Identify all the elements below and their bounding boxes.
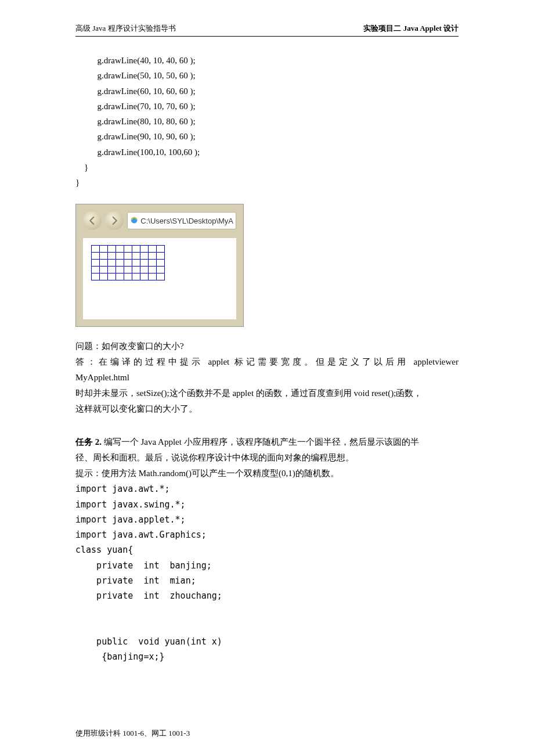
code-line: g.drawLine(60, 10, 60, 60 ); — [75, 87, 196, 96]
page-header: 高级 Java 程序设计实验指导书 实验项目二 Java Applet 设计 — [75, 23, 459, 37]
code-line: } — [75, 163, 88, 172]
page: 高级 Java 程序设计实验指导书 实验项目二 Java Applet 设计 g… — [0, 0, 534, 756]
task2-line-1: 任务 2. 编写一个 Java Applet 小应用程序，该程序随机产生一个圆半… — [75, 434, 459, 450]
task2-label: 任务 2. — [75, 437, 104, 447]
code-line: {banjing=x;} — [75, 651, 165, 662]
arrow-left-icon — [87, 215, 98, 226]
task2-p1: 编写一个 Java Applet 小应用程序，该程序随机产生一个圆半径，然后显示… — [104, 437, 419, 447]
code-line: g.drawLine(90, 10, 90, 60 ); — [75, 132, 196, 141]
page-footer: 使用班级计科 1001-6、网工 1001-3 — [75, 728, 190, 739]
code-line: public void yuan(int x) — [75, 636, 222, 647]
arrow-right-icon — [109, 215, 120, 226]
code-line: private int mian; — [75, 575, 196, 586]
code-line: g.drawLine(80, 10, 80, 60 ); — [75, 117, 196, 126]
browser-screenshot: C:\Users\SYL\Desktop\MyA — [75, 204, 244, 327]
code-line: g.drawLine(40, 10, 40, 60 ); — [75, 56, 196, 65]
code-line: g.drawLine(50, 10, 50, 60 ); — [75, 71, 196, 80]
answer-line-3: 时却并未显示，setSize();这个函数并不是 applet 的函数，通过百度… — [75, 386, 459, 401]
address-text: C:\Users\SYL\Desktop\MyA — [140, 217, 233, 225]
code-line: import javax.swing.*; — [75, 499, 186, 510]
code-line: private int zhouchang; — [75, 591, 222, 601]
header-right: 实验项目二 Java Applet 设计 — [363, 23, 459, 34]
answer-line-4: 这样就可以变化窗口的大小了。 — [75, 401, 459, 417]
code-line: import java.awt.*; — [75, 484, 170, 494]
answer-line-1: 答：在编译的过程中提示 applet 标记需要宽度。但是定义了以后用 apple… — [75, 354, 459, 370]
answer-line-2: MyApplet.html — [75, 370, 459, 386]
code-line: class yuan{ — [75, 545, 133, 555]
task2-hint: 提示：使用方法 Math.random()可以产生一个双精度型(0,1)的随机数… — [75, 466, 459, 481]
task-2-block: 任务 2. 编写一个 Java Applet 小应用程序，该程序随机产生一个圆半… — [75, 434, 459, 664]
code-line: import java.awt.Graphics; — [75, 530, 207, 540]
task2-code: import java.awt.*; import javax.swing.*;… — [75, 481, 459, 664]
browser-nav-bar: C:\Users\SYL\Desktop\MyA — [83, 211, 236, 230]
code-line: g.drawLine(100,10, 100,60 ); — [75, 147, 200, 157]
header-left: 高级 Java 程序设计实验指导书 — [75, 23, 176, 34]
ie-icon — [130, 216, 138, 225]
applet-grid-output — [91, 245, 165, 280]
code-line: g.drawLine(70, 10, 70, 60 ); — [75, 102, 196, 111]
applet-content-area — [83, 238, 236, 319]
code-line: import java.applet.*; — [75, 514, 186, 525]
task2-line-2: 径、周长和面积。最后，说说你程序设计中体现的面向对象的编程思想。 — [75, 450, 459, 466]
back-button[interactable] — [83, 211, 102, 230]
question-block: 问题：如何改变窗口的大小? 答：在编译的过程中提示 applet 标记需要宽度。… — [75, 339, 459, 417]
question-text: 问题：如何改变窗口的大小? — [75, 339, 459, 354]
code-line: } — [75, 178, 80, 187]
address-bar[interactable]: C:\Users\SYL\Desktop\MyA — [127, 212, 236, 229]
code-block-1: g.drawLine(40, 10, 40, 60 ); g.drawLine(… — [75, 53, 459, 190]
svg-rect-1 — [131, 220, 137, 221]
forward-button[interactable] — [105, 211, 124, 230]
code-line: private int banjing; — [75, 560, 212, 571]
